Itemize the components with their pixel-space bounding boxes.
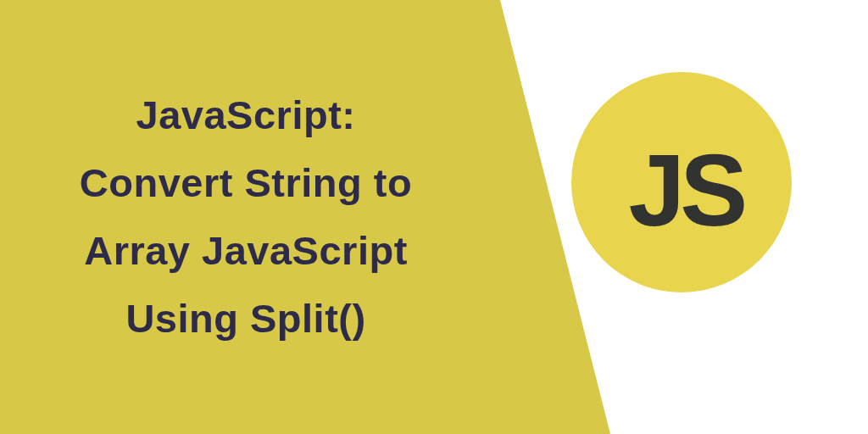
- heading-line-3: Array JavaScript: [34, 217, 458, 285]
- main-heading: JavaScript: Convert String to Array Java…: [34, 81, 458, 353]
- heading-line-2: Convert String to: [34, 149, 458, 217]
- heading-line-4: Using Split(): [34, 285, 458, 353]
- heading-line-1: JavaScript:: [34, 81, 458, 149]
- js-logo-text: JS: [629, 131, 743, 248]
- js-logo-circle: JS: [571, 72, 792, 292]
